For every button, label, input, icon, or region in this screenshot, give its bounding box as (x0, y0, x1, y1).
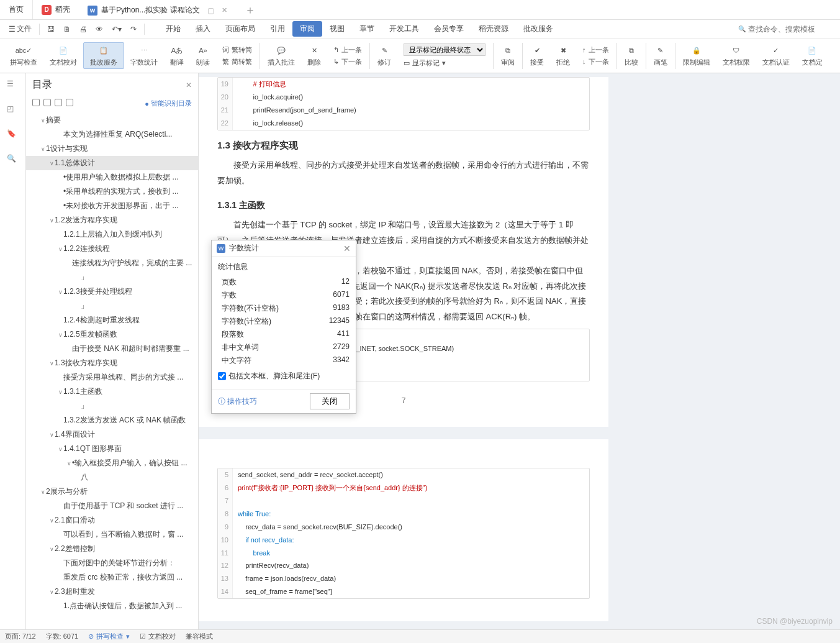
toc-item[interactable]: ∨1.3.1主函数 (26, 385, 198, 399)
ink-button[interactable]: ✎画笔 (648, 43, 674, 68)
tab-add[interactable]: ＋ (236, 0, 264, 19)
menu-稻壳资源[interactable]: 稻壳资源 (471, 21, 516, 37)
expand-all-icon[interactable] (32, 99, 40, 106)
undo-icon[interactable]: ↶▾ (108, 22, 125, 36)
toc-item[interactable]: •未对接收方开发图形界面，出于 ... (26, 199, 198, 213)
toc-item[interactable]: ∨1.3接收方程序实现 (26, 356, 198, 370)
preview-icon[interactable]: 👁 (92, 22, 107, 36)
status-spellcheck[interactable]: ⊘ 拼写检查 ▾ (88, 632, 130, 641)
toc-item[interactable]: ∨1.4界面设计 (26, 427, 198, 442)
delete-comment-button[interactable]: ✕删除 (301, 43, 327, 68)
marking-select[interactable]: 显示标记的最终状态 (404, 43, 485, 56)
toc-item[interactable]: 可以看到，当不断输入数据时，窗 ... (26, 527, 198, 542)
accept-button[interactable]: ✔接受 (524, 43, 550, 68)
toc-item[interactable]: 1.点击确认按钮后，数据被加入到 ... (26, 599, 198, 613)
toc-item[interactable]: •使用用户输入数据模拟上层数据 ... (26, 170, 198, 185)
toc-item[interactable]: 」 (26, 399, 198, 413)
tab-document[interactable]: W 基于Python...拟实验 课程论文 ▢ ✕ (79, 0, 236, 19)
compare-button[interactable]: ⧉比较 (618, 43, 644, 68)
search-icon[interactable]: 🔍 (7, 154, 19, 166)
collapse-one-icon[interactable] (66, 99, 73, 106)
toc-item[interactable]: 八 (26, 470, 198, 485)
collapse-all-icon[interactable] (43, 99, 51, 106)
toc-item[interactable]: ∨1设计与实现 (26, 142, 198, 156)
menu-会员专享[interactable]: 会员专享 (427, 21, 471, 37)
dialog-close-icon[interactable]: ✕ (343, 244, 351, 253)
tab-docer[interactable]: D 稻壳 (33, 0, 79, 19)
read-aloud-button[interactable]: A»朗读 (190, 43, 216, 68)
toc-item[interactable]: ∨•输入框接受用户输入，确认按钮 ... (26, 456, 198, 470)
toc-item[interactable]: 1.2.4检测超时重发线程 (26, 313, 198, 327)
safe-button[interactable]: 📄文档定 (796, 43, 829, 68)
redo-icon[interactable]: ↷ (127, 22, 140, 36)
review-service-button[interactable]: 📋批改服务 (83, 42, 124, 69)
search-input[interactable] (748, 25, 835, 34)
menu-开发工具[interactable]: 开发工具 (382, 21, 427, 37)
outline-icon[interactable]: ☰ (7, 80, 19, 92)
include-checkbox[interactable]: 包括文本框、脚注和尾注(F) (218, 367, 350, 384)
toc-item[interactable]: 本文为选择性重复 ARQ(Selecti... (26, 127, 198, 142)
permissions-button[interactable]: 🛡文档权限 (716, 43, 756, 68)
status-words[interactable]: 字数: 6071 (46, 632, 79, 641)
toc-close-icon[interactable]: ✕ (186, 81, 192, 89)
toc-item[interactable]: 」 (26, 270, 198, 285)
menu-插入[interactable]: 插入 (188, 21, 218, 37)
smart-toc-button[interactable]: 智能识别目录 (145, 99, 192, 108)
wordcount-button[interactable]: ⋯字数统计 (124, 43, 164, 68)
toc-item[interactable]: 」 (26, 299, 198, 313)
expand-one-icon[interactable] (55, 99, 62, 106)
toc-item[interactable]: ∨2.3超时重发 (26, 585, 198, 599)
save-icon[interactable]: 🖫 (43, 22, 58, 36)
auth-button[interactable]: ✓文档认证 (756, 43, 796, 68)
toc-item[interactable]: ∨2.1窗口滑动 (26, 513, 198, 527)
toc-item[interactable]: 1.2.1上层输入加入到缓冲队列 (26, 227, 198, 242)
spellcheck-button[interactable]: abc✓拼写检查 (4, 43, 43, 68)
review-pane-button[interactable]: ⧉审阅 (495, 43, 521, 68)
reject-button[interactable]: ✖拒绝 (550, 43, 576, 68)
prev-change-button[interactable]: ↑ 上一条 (580, 45, 612, 55)
next-comment-button[interactable]: ↳ 下一条 (331, 57, 364, 67)
print-icon[interactable]: 🖨 (76, 22, 91, 36)
close-button[interactable]: 关闭 (310, 393, 350, 409)
trad-button[interactable]: 繁 简转繁 (220, 57, 255, 67)
close-icon[interactable]: ✕ (222, 6, 227, 14)
menu-章节[interactable]: 章节 (352, 21, 382, 37)
toc-item[interactable]: ∨2展示与分析 (26, 485, 198, 499)
toc-item[interactable]: 由于接受 NAK 和超时时都需要重 ... (26, 342, 198, 356)
menu-审阅[interactable]: 审阅 (292, 21, 322, 37)
saveas-icon[interactable]: 🗎 (60, 22, 75, 36)
simp-button[interactable]: 词 繁转简 (220, 45, 255, 55)
toc-item[interactable]: 连接线程为守护线程，完成的主要 ... (26, 256, 198, 270)
tab-home[interactable]: 首页 (0, 0, 33, 19)
tips-link[interactable]: ⓘ 操作技巧 (218, 396, 257, 407)
restrict-button[interactable]: 🔒限制编辑 (677, 43, 716, 68)
toc-item[interactable]: 下面对图中的关键环节进行分析： (26, 556, 198, 570)
status-proof[interactable]: ☑ 文档校对 (140, 632, 176, 641)
toc-item[interactable]: 接受方采用单线程、同步的方式接 ... (26, 370, 198, 385)
insert-comment-button[interactable]: 💬插入批注 (261, 43, 301, 68)
toc-item[interactable]: ∨摘要 (26, 113, 198, 127)
toc-item[interactable]: ∨1.2.2连接线程 (26, 242, 198, 256)
hamburger-icon[interactable]: ☰ 文件 (5, 21, 35, 37)
nav-icon[interactable]: ◰ (7, 104, 19, 117)
translate-button[interactable]: Aあ翻译 (164, 43, 190, 68)
prev-comment-button[interactable]: ↰ 上一条 (331, 45, 364, 55)
bookmark-icon[interactable]: 🔖 (7, 129, 19, 142)
toc-item[interactable]: ∨1.2.5重发帧函数 (26, 327, 198, 342)
status-page[interactable]: 页面: 7/12 (5, 632, 36, 641)
toc-item[interactable]: ∨1.4.1QT 图形界面 (26, 442, 198, 456)
toc-item[interactable]: •采用单线程的实现方式，接收到 ... (26, 185, 198, 199)
menu-开始[interactable]: 开始 (158, 21, 188, 37)
show-marks-button[interactable]: ▭ 显示标记 ▾ (401, 58, 488, 68)
toc-item[interactable]: 重发后 crc 校验正常，接收方返回 ... (26, 570, 198, 585)
menu-批改服务[interactable]: 批改服务 (516, 21, 561, 37)
toc-item[interactable]: ∨1.2.3接受并处理线程 (26, 285, 198, 299)
toc-item[interactable]: ∨1.1总体设计 (26, 156, 198, 170)
menu-页面布局[interactable]: 页面布局 (218, 21, 263, 37)
proofread-button[interactable]: 📄文档校对 (43, 43, 83, 68)
toc-item[interactable]: ∨1.2发送方程序实现 (26, 213, 198, 227)
tab-popout-icon[interactable]: ▢ (207, 6, 214, 15)
next-change-button[interactable]: ↓ 下一条 (580, 57, 612, 67)
toc-item[interactable]: 1.3.2发送方发送 ACK 或 NAK 帧函数 (26, 413, 198, 427)
toc-item[interactable]: ∨2.2差错控制 (26, 542, 198, 556)
